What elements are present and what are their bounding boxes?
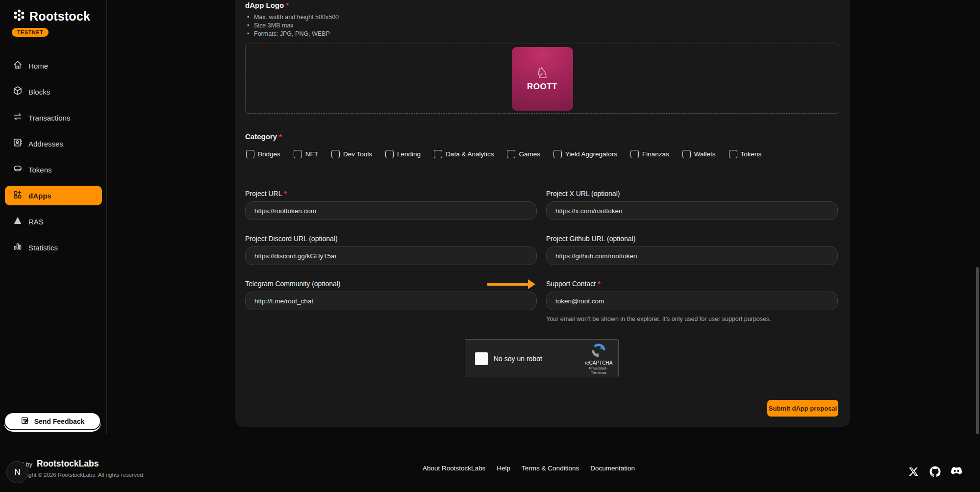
- recaptcha-privacy-terms[interactable]: Privacidad - Términos: [583, 366, 614, 375]
- sidebar-item-statistics[interactable]: Statistics: [5, 238, 102, 257]
- knight-icon: ♘: [536, 66, 549, 80]
- category-checkbox-row: Bridges NFT Dev Tools Lending Data & Ana…: [246, 150, 761, 158]
- coin-icon: [13, 164, 23, 175]
- logo-preview-name: ROOTT: [527, 82, 557, 92]
- logo-rules-list: Max. width and height 500x500 Size 3MB m…: [247, 13, 339, 38]
- project-discord-url-input[interactable]: [245, 246, 537, 265]
- footer-link-about[interactable]: About RootstockLabs: [423, 465, 485, 472]
- logo-rule: Size 3MB max: [247, 22, 339, 30]
- sidebar-item-dapps[interactable]: dApps: [5, 186, 102, 205]
- field-label: Project URL*: [245, 190, 537, 197]
- category-checkbox-wallets[interactable]: Wallets: [682, 150, 716, 158]
- arrow-head: [528, 279, 535, 289]
- sidebar-item-ras[interactable]: RAS: [5, 212, 102, 231]
- footer: [0, 434, 980, 492]
- category-label: Category*: [245, 132, 282, 141]
- bar-chart-icon: [13, 242, 23, 253]
- contact-card-icon: [13, 138, 23, 149]
- sidebar-item-label: Tokens: [28, 166, 52, 174]
- recaptcha-logo-block: reCAPTCHA Privacidad - Términos: [583, 343, 614, 375]
- field-support-contact: Support Contact* Your email won't be sho…: [546, 280, 838, 322]
- support-contact-helper-text: Your email won't be shown in the explore…: [546, 316, 838, 322]
- category-checkbox-data-analytics[interactable]: Data & Analytics: [434, 150, 494, 158]
- logo-rule: Formats: JPG, PNG, WEBP: [247, 30, 339, 38]
- sidebar-item-label: dApps: [28, 192, 51, 200]
- footer-social-icons: [907, 466, 962, 477]
- sidebar-item-home[interactable]: Home: [5, 56, 102, 75]
- rootstock-flower-icon: [12, 8, 26, 25]
- logo-rule: Max. width and height 500x500: [247, 13, 339, 22]
- footer-link-terms[interactable]: Terms & Conditions: [522, 465, 579, 472]
- checkbox-box[interactable]: [385, 150, 394, 158]
- send-feedback-button[interactable]: Send Feedback: [4, 412, 101, 430]
- category-checkbox-dev-tools[interactable]: Dev Tools: [331, 150, 372, 158]
- submit-dapp-proposal-button[interactable]: Submit dApp proposal: [767, 400, 838, 417]
- checkbox-box[interactable]: [630, 150, 639, 158]
- testnet-badge: TESTNET: [12, 28, 49, 37]
- footer-links: About RootstockLabs Help Terms & Conditi…: [423, 465, 635, 472]
- category-checkbox-games[interactable]: Games: [507, 150, 540, 158]
- dapp-proposal-form-card: dApp Logo* Max. width and height 500x500…: [235, 0, 850, 427]
- sidebar-item-label: RAS: [28, 218, 44, 226]
- sidebar-item-transactions[interactable]: Transactions: [5, 108, 102, 127]
- field-label: Project Discord URL (optional): [245, 235, 537, 243]
- brand-name: Rootstock: [29, 9, 90, 24]
- checkbox-box[interactable]: [294, 150, 302, 158]
- logo-upload-dropzone[interactable]: ♘ ROOTT: [245, 44, 839, 114]
- category-checkbox-yield-aggregators[interactable]: Yield Aggregators: [553, 150, 617, 158]
- footer-link-help[interactable]: Help: [497, 465, 510, 472]
- project-github-url-input[interactable]: [546, 246, 838, 265]
- checkbox-box[interactable]: [434, 150, 442, 158]
- grid-plus-icon: [13, 190, 23, 201]
- field-project-discord-url: Project Discord URL (optional): [245, 235, 537, 265]
- category-checkbox-nft[interactable]: NFT: [294, 150, 318, 158]
- copyright-text: Copyright © 2026 RootstockLabs. All righ…: [12, 472, 145, 478]
- support-contact-input[interactable]: [546, 292, 838, 310]
- checkbox-box[interactable]: [682, 150, 691, 158]
- category-checkbox-bridges[interactable]: Bridges: [246, 150, 280, 158]
- arrow-shaft: [487, 283, 529, 286]
- triangle-icon: [13, 216, 23, 227]
- discord-icon[interactable]: [951, 466, 962, 477]
- telegram-community-input[interactable]: [245, 292, 537, 310]
- sidebar-item-label: Home: [28, 62, 48, 70]
- home-icon: [13, 60, 23, 72]
- recaptcha-brand: reCAPTCHA: [583, 360, 614, 366]
- recaptcha-icon: [591, 351, 606, 359]
- recaptcha-checkbox[interactable]: [475, 352, 488, 365]
- checkbox-box[interactable]: [246, 150, 254, 158]
- sidebar-nav: Home Blocks Transactions Addresse: [5, 56, 102, 264]
- field-label: Project X URL (optional): [546, 190, 838, 197]
- rootstock-logo[interactable]: Rootstock TESTNET: [12, 8, 90, 37]
- field-label: Project Github URL (optional): [546, 235, 838, 243]
- sidebar-item-blocks[interactable]: Blocks: [5, 82, 102, 101]
- recaptcha-label: No soy un robot: [494, 355, 542, 363]
- category-checkbox-finanzas[interactable]: Finanzas: [630, 150, 669, 158]
- footer-link-documentation[interactable]: Documentation: [590, 465, 635, 472]
- logo-preview-tile[interactable]: ♘ ROOTT: [512, 47, 573, 111]
- cube-icon: [13, 86, 23, 98]
- checkbox-box[interactable]: [507, 150, 515, 158]
- project-x-url-input[interactable]: [546, 201, 838, 220]
- built-by-brand[interactable]: RootstockLabs: [37, 459, 99, 469]
- checkbox-box[interactable]: [331, 150, 340, 158]
- swap-arrows-icon: [13, 112, 23, 123]
- dapp-logo-label: dApp Logo*: [245, 1, 289, 9]
- field-project-github-url: Project Github URL (optional): [546, 235, 838, 265]
- sidebar-item-tokens[interactable]: Tokens: [5, 160, 102, 179]
- sidebar-item-addresses[interactable]: Addresses: [5, 134, 102, 153]
- checkbox-box[interactable]: [729, 150, 737, 158]
- category-checkbox-tokens[interactable]: Tokens: [729, 150, 762, 158]
- x-twitter-icon[interactable]: [907, 466, 919, 477]
- sidebar-item-label: Blocks: [28, 88, 50, 96]
- project-url-input[interactable]: [245, 201, 537, 220]
- checkbox-box[interactable]: [553, 150, 562, 158]
- field-label: Support Contact*: [546, 280, 838, 288]
- annotation-arrow: [487, 279, 536, 289]
- overlay-n-badge[interactable]: N: [6, 461, 28, 483]
- sidebar: Rootstock TESTNET Home Blocks Tra: [0, 0, 107, 434]
- feedback-pencil-icon: [21, 416, 29, 426]
- github-icon[interactable]: [929, 466, 941, 477]
- field-project-url: Project URL*: [245, 190, 537, 220]
- category-checkbox-lending[interactable]: Lending: [385, 150, 421, 158]
